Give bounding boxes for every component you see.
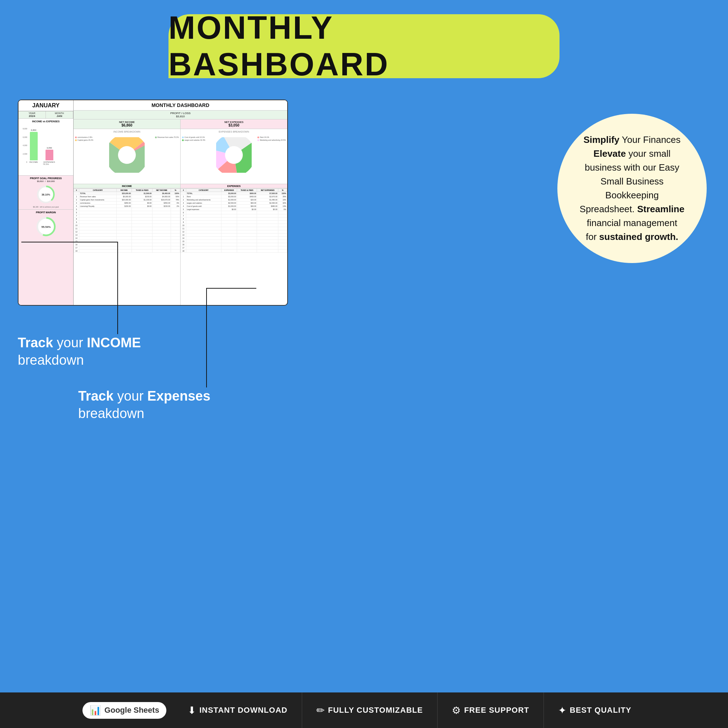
ecol-net-expenses: NET EXPENSES xyxy=(257,189,278,192)
expenses-annotation-line-v xyxy=(206,288,207,387)
income-cell-15-5 xyxy=(171,240,180,243)
expenses-cell-1-1: Rent xyxy=(186,195,221,198)
expenses-table-body: TOTAL$3,000.00$600.00$7,600.00100%1Rent$… xyxy=(181,192,287,253)
expenses-cell-8-0: 8 xyxy=(181,217,186,221)
expenses-cell-18-2 xyxy=(222,249,237,253)
income-cell-5-1 xyxy=(79,208,116,211)
income-cell-7-1 xyxy=(79,214,116,217)
legend-label-rent: Rent 16.1% xyxy=(260,136,269,138)
income-cell-2-1: Capital gains from investments xyxy=(79,198,116,202)
expenses-cell-4-2: $1,000.00 xyxy=(222,205,237,208)
income-annotation-line-v xyxy=(117,242,118,334)
income-annotation-line2: breakdown xyxy=(18,353,84,367)
expenses-cell-6-0: 6 xyxy=(181,211,186,214)
income-cell-13-2 xyxy=(116,234,132,237)
expenses-cell-1-5: 35% xyxy=(278,195,287,198)
income-vs-expenses-chart: INCOME vs EXPENSES 8,0006,0004,0002,0000… xyxy=(18,119,73,176)
expenses-cell-11-2 xyxy=(222,227,237,230)
income-breakdown-title: INCOME BREAKDOWN xyxy=(75,130,179,133)
download-icon: ⬇ xyxy=(188,705,196,716)
income-cell-12-3 xyxy=(132,230,153,234)
income-cell-9-2 xyxy=(116,221,132,224)
income-cell-7-0: 7 xyxy=(74,214,79,217)
expenses-pie-chart xyxy=(216,137,252,173)
profit-goal-section: PROFIT GOAL PROGRESS $3,810 / $10,000 38… xyxy=(18,176,73,210)
legend-label-wages: wages and salaries 32.4% xyxy=(185,139,205,141)
right-panel: MONTHLY DASHBOARD PROFIT / LOSS $3,810 N… xyxy=(73,100,287,305)
expenses-cell-16-4 xyxy=(257,243,278,246)
income-cell-10-1 xyxy=(79,224,116,227)
expenses-bar-value: 3,050 xyxy=(47,147,52,149)
income-cell-17-0: 17 xyxy=(74,246,79,249)
income-table-row: 12 xyxy=(74,230,180,234)
expenses-cell-13-1 xyxy=(186,234,221,237)
income-cell-18-1 xyxy=(79,249,116,253)
expenses-cell-11-1 xyxy=(186,227,221,230)
expenses-cell-5-1: Legal expenses xyxy=(186,208,221,211)
income-table-row: 10 xyxy=(74,224,180,227)
expenses-cell-15-5 xyxy=(278,240,287,243)
income-cell-0-4: $9,400.00 xyxy=(153,192,171,195)
expenses-cell-0-4: $7,600.00 xyxy=(257,192,278,195)
expenses-cell-10-4 xyxy=(257,224,278,227)
income-cell-14-0: 14 xyxy=(74,237,79,240)
income-cell-8-5 xyxy=(171,217,180,221)
expenses-cell-5-3: $0.00 xyxy=(237,208,257,211)
expenses-cell-18-3 xyxy=(237,249,257,253)
legend-label-cogs: Cost of goods sold 13.1% xyxy=(185,136,205,138)
charts-row: INCOME BREAKDOWN commissions 2.9% Capita… xyxy=(73,129,287,184)
expenses-cell-7-5 xyxy=(278,214,287,217)
goal-values: $3,810 / $10,000 xyxy=(20,180,72,182)
expenses-cell-17-2 xyxy=(222,246,237,249)
income-table-row: 6 xyxy=(74,211,180,214)
expenses-cell-14-4 xyxy=(257,237,278,240)
income-table-row: TOTAL$25,930.00$1,560.00$9,400.00100% xyxy=(74,192,180,195)
income-cell-15-0: 15 xyxy=(74,240,79,243)
income-cell-1-4: $4,800.00 xyxy=(153,195,171,198)
legend-dot-revenue xyxy=(155,136,157,138)
income-cell-9-3 xyxy=(132,221,153,224)
income-cell-4-4: $150.00 xyxy=(153,205,171,208)
expenses-table-row: 2Marketing and advertisements$1,500.00$2… xyxy=(181,198,287,202)
expenses-cell-8-4 xyxy=(257,217,278,221)
income-cell-3-2: $350.00 xyxy=(116,202,132,205)
profit-current: $3,810 xyxy=(37,180,43,182)
footer-download-text: INSTANT DOWNLOAD xyxy=(199,706,288,715)
expenses-table-row: 8 xyxy=(181,217,287,221)
support-icon: ⚙ xyxy=(452,705,461,716)
income-table-row: 5 xyxy=(74,208,180,211)
expenses-table-row: 16 xyxy=(181,243,287,246)
ecol-taxes: TAXES & FEES xyxy=(237,189,257,192)
year-cell: YEAR 2024 xyxy=(18,111,46,118)
expenses-annotation-line-h xyxy=(206,288,256,289)
footer-item-download: ⬇ INSTANT DOWNLOAD xyxy=(173,693,302,728)
expenses-cell-3-1: wages and salaries xyxy=(186,202,221,205)
income-cell-12-0: 12 xyxy=(74,230,79,234)
net-income-label: NET INCOME xyxy=(75,121,179,123)
income-cell-18-4 xyxy=(153,249,171,253)
expenses-cell-13-3 xyxy=(237,234,257,237)
legend-dot-capital xyxy=(75,139,77,141)
income-cell-17-5 xyxy=(171,246,180,249)
expenses-cell-6-2 xyxy=(222,211,237,214)
goal-remaining: $6,190 - left to achieve your goal xyxy=(20,206,72,208)
income-annotation: Track your INCOME breakdown xyxy=(18,334,141,369)
expenses-cell-0-3: $600.00 xyxy=(237,192,257,195)
expenses-cell-2-2: $1,500.00 xyxy=(222,198,237,202)
income-cell-0-2: $25,930.00 xyxy=(116,192,132,195)
income-cell-10-2 xyxy=(116,224,132,227)
expenses-cell-6-1 xyxy=(186,211,221,214)
expenses-cell-1-3: $400.00 xyxy=(237,195,257,198)
income-cell-14-5 xyxy=(171,237,180,240)
profit-margin-title: PROFIT MARGIN xyxy=(20,211,72,214)
legend-label-marketing: Marketing and advertising 15.5% xyxy=(260,139,286,141)
income-legend-right: Revenue from sales 70.2% xyxy=(155,136,179,139)
ecol-pct: % xyxy=(278,189,287,192)
expenses-cell-12-1 xyxy=(186,230,221,234)
expenses-table-row: 5Legal expenses$0.00$0.00$0.000% xyxy=(181,208,287,211)
income-cell-7-4 xyxy=(153,214,171,217)
monthly-dashboard-header: MONTHLY DASHBOARD xyxy=(73,100,287,110)
expenses-legend: Cost of goods sold 13.1% wages and salar… xyxy=(182,136,205,142)
expenses-cell-5-2: $0.00 xyxy=(222,208,237,211)
income-cell-11-0: 11 xyxy=(74,227,79,230)
